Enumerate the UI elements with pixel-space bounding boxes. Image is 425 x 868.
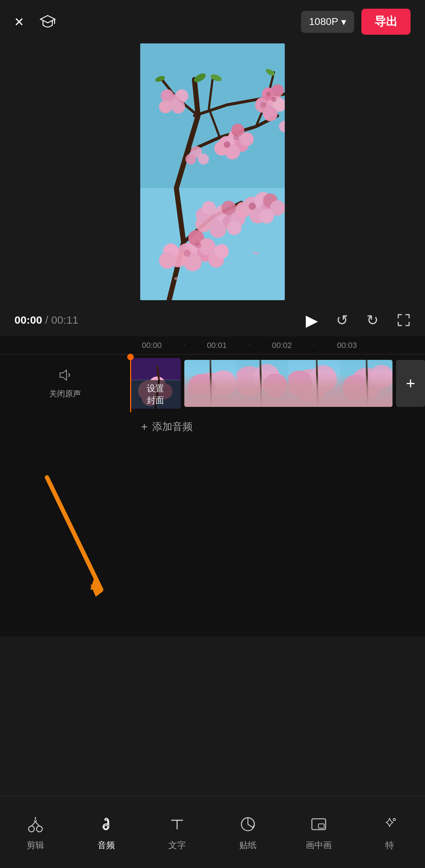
undo-button[interactable]: ↺ <box>336 312 348 328</box>
svg-point-85 <box>254 364 280 390</box>
svg-point-92 <box>351 368 382 399</box>
sticker-icon <box>239 813 257 835</box>
svg-point-47 <box>171 100 185 114</box>
header-left: × <box>14 12 57 31</box>
svg-point-24 <box>233 135 239 140</box>
svg-point-89 <box>309 365 337 393</box>
svg-point-37 <box>210 221 226 238</box>
svg-point-41 <box>227 221 241 235</box>
cut-label: 剪辑 <box>27 839 44 851</box>
svg-point-15 <box>266 92 271 97</box>
learn-icon[interactable] <box>38 12 57 31</box>
resolution-label: 1080P <box>309 16 338 27</box>
svg-point-43 <box>202 201 216 215</box>
sticker-label: 贴纸 <box>239 839 257 851</box>
add-icon: + <box>406 374 415 392</box>
svg-point-79 <box>193 373 228 407</box>
ruler-mark-3: 00:03 <box>325 341 369 350</box>
svg-point-22 <box>240 132 254 146</box>
ruler-dot-1: · <box>173 341 195 350</box>
add-audio-label: 添加音频 <box>152 420 193 434</box>
text-label: 文字 <box>168 839 186 851</box>
spacer-area <box>0 459 425 637</box>
svg-point-102 <box>393 818 395 821</box>
svg-point-96 <box>29 826 34 832</box>
time-total: 00:11 <box>51 314 78 326</box>
time-display: 00:00 / 00:11 <box>14 314 78 326</box>
resolution-button[interactable]: 1080P ▾ <box>301 11 354 33</box>
header-right: 1080P ▾ 导出 <box>301 9 411 35</box>
svg-point-51 <box>185 154 196 165</box>
audio-label: 音频 <box>98 839 115 851</box>
add-clip-button[interactable]: + <box>396 360 425 407</box>
svg-point-46 <box>161 89 174 102</box>
audio-icon <box>97 813 115 835</box>
svg-point-71 <box>224 141 230 148</box>
svg-point-84 <box>236 366 265 396</box>
bottom-toolbar: 剪辑 音频 文字 <box>0 796 425 868</box>
export-button[interactable]: 导出 <box>361 9 411 35</box>
add-audio-track[interactable]: + 添加音频 <box>0 412 425 441</box>
mute-icon <box>57 368 73 386</box>
fullscreen-button[interactable] <box>397 313 411 327</box>
strip-frame-3 <box>288 360 340 407</box>
svg-marker-95 <box>90 584 103 597</box>
svg-point-68 <box>184 250 191 257</box>
svg-point-90 <box>288 370 312 396</box>
toolbar-item-text[interactable]: 文字 <box>142 813 212 851</box>
ruler-dot-2: · <box>239 341 260 350</box>
svg-point-32 <box>259 209 274 224</box>
timeline-track-area: 关闭原声 <box>0 354 425 412</box>
controls-center: ▶ ↺ ↻ <box>306 311 411 329</box>
svg-rect-82 <box>184 394 236 407</box>
track-content: 设置 封面 <box>130 358 425 409</box>
text-icon <box>168 813 186 835</box>
svg-point-88 <box>293 369 326 402</box>
svg-rect-78 <box>184 360 236 407</box>
redo-button[interactable]: ↻ <box>366 312 379 328</box>
svg-point-80 <box>210 370 236 396</box>
svg-point-11 <box>263 107 278 121</box>
toolbar-item-audio[interactable]: 音频 <box>71 813 142 851</box>
timeline-ruler: 00:00 · 00:01 · 00:02 · 00:03 <box>0 336 425 354</box>
svg-point-97 <box>37 826 42 832</box>
svg-point-13 <box>260 102 266 108</box>
timeline-container: 00:00 · 00:01 · 00:02 · 00:03 关闭原声 <box>0 336 425 459</box>
special-icon <box>381 813 399 835</box>
svg-point-94 <box>343 375 369 401</box>
track-left-controls: 关闭原声 <box>0 368 130 399</box>
svg-point-14 <box>271 97 276 102</box>
special-label: 特 <box>385 839 394 851</box>
svg-point-98 <box>104 825 108 829</box>
toolbar-item-pip[interactable]: 画中画 <box>283 813 354 851</box>
video-strip[interactable] <box>184 360 392 407</box>
svg-point-48 <box>159 100 172 113</box>
svg-point-70 <box>249 203 256 210</box>
toolbar-item-sticker[interactable]: 贴纸 <box>212 813 283 851</box>
svg-rect-83 <box>236 360 288 407</box>
ruler-mark-1: 00:01 <box>195 341 239 350</box>
cover-thumbnail[interactable]: 设置 封面 <box>130 358 181 409</box>
cover-thumb-image: 设置 封面 <box>130 358 181 409</box>
svg-point-69 <box>195 242 201 248</box>
toolbar-item-special[interactable]: 特 <box>354 813 425 851</box>
svg-point-86 <box>263 373 287 397</box>
svg-rect-91 <box>340 360 392 407</box>
mute-controls[interactable]: 关闭原声 <box>49 368 81 399</box>
ruler-marks: 00:00 · 00:01 · 00:02 · 00:03 <box>130 341 369 350</box>
close-button[interactable]: × <box>14 14 24 30</box>
toolbar-item-cut[interactable]: 剪辑 <box>0 813 71 851</box>
pip-icon <box>310 813 328 835</box>
svg-point-65 <box>159 252 176 269</box>
mute-label: 关闭原声 <box>49 388 81 399</box>
svg-rect-87 <box>288 360 340 407</box>
time-separator: / <box>42 314 51 326</box>
svg-point-81 <box>188 374 216 402</box>
play-button[interactable]: ▶ <box>306 311 318 329</box>
video-frame <box>140 43 285 300</box>
strip-frame-4 <box>340 360 392 407</box>
ruler-mark-2: 00:02 <box>260 341 304 350</box>
time-current: 00:00 <box>14 314 42 326</box>
svg-point-12 <box>271 84 284 97</box>
cover-text: 设置 封面 <box>132 382 179 407</box>
